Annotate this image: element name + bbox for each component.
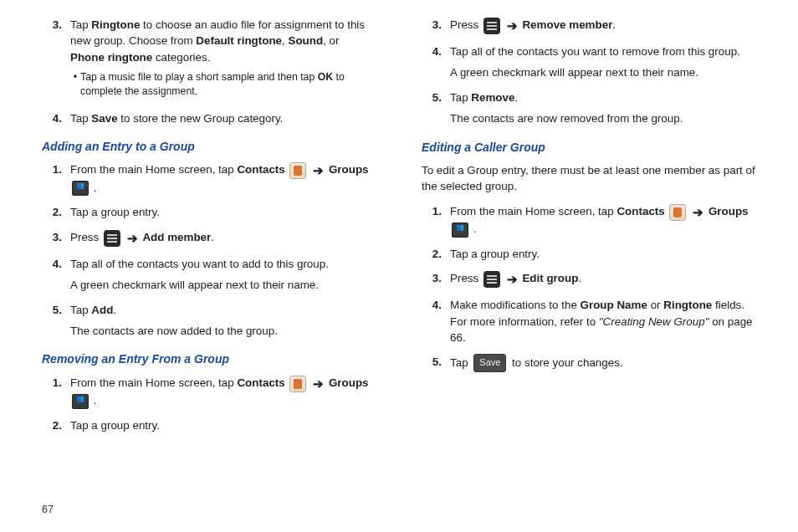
text: . xyxy=(211,231,214,243)
text: Tap a group entry. xyxy=(70,204,376,220)
bold-ringtone: Ringtone xyxy=(91,18,140,31)
left-column: 3. Tap Ringtone to choose an audio file … xyxy=(42,17,376,442)
step-number: 1. xyxy=(42,161,70,196)
bold-groups: Groups xyxy=(708,205,749,217)
intro-text: To edit a Group entry, there must be at … xyxy=(422,162,756,195)
step-body: Press ➔ Remove member. xyxy=(450,17,756,35)
editing-group-steps: 1. From the main Home screen, tap Contac… xyxy=(422,203,756,373)
bold-save: Save xyxy=(91,112,117,125)
bold-remove: Remove xyxy=(471,91,514,104)
text: A green checkmark will appear next to th… xyxy=(70,277,376,293)
bold-ringtone-field: Ringtone xyxy=(663,299,712,311)
text: . xyxy=(90,182,96,194)
text: Make modifications to the xyxy=(450,299,581,311)
step-number: 1. xyxy=(422,203,450,238)
step-body: Tap a group entry. xyxy=(70,204,376,220)
text: Tap a music file to play a short sample … xyxy=(80,71,318,83)
bullet-icon: • xyxy=(70,70,80,98)
step-number: 3. xyxy=(422,17,450,35)
text: Tap xyxy=(450,91,471,104)
step-number: 3. xyxy=(42,229,70,248)
text: Press xyxy=(450,273,482,285)
bold-groups: Groups xyxy=(329,164,369,176)
step-number: 2. xyxy=(422,246,450,262)
contacts-icon xyxy=(289,162,306,179)
menu-icon xyxy=(483,18,500,34)
text: From the main Home screen, tap xyxy=(450,205,616,217)
text: . xyxy=(578,273,581,285)
text: . xyxy=(514,91,518,104)
removing-entry-steps-cont: 3. Press ➔ Remove member. 4. Tap all of … xyxy=(422,17,756,127)
bullet-text: Tap a music file to play a short sample … xyxy=(80,70,376,98)
groups-icon xyxy=(72,394,89,409)
contacts-icon xyxy=(669,204,686,221)
cross-reference: "Creating New Group" xyxy=(599,315,709,328)
text: . xyxy=(90,394,96,407)
bold-remove-member: Remove member xyxy=(522,18,612,31)
text: Press xyxy=(70,231,102,243)
step-body: Tap Save to store the new Group category… xyxy=(70,110,376,126)
text: . xyxy=(612,18,616,31)
arrow-icon: ➔ xyxy=(507,18,518,33)
text: Tap xyxy=(70,112,91,125)
text: From the main Home screen, tap xyxy=(70,376,237,389)
step-number: 4. xyxy=(422,297,450,345)
save-button-icon: Save xyxy=(473,354,506,372)
bold-add-member: Add member xyxy=(142,231,211,243)
heading-removing-entry: Removing an Entry From a Group xyxy=(42,350,376,367)
step-number: 3. xyxy=(42,17,70,102)
text: to store the new Group category. xyxy=(118,112,284,125)
contacts-icon xyxy=(289,376,306,392)
step-number: 4. xyxy=(42,256,70,294)
text: Tap all of the contacts you want to add … xyxy=(70,256,376,272)
bold-default-ringtone: Default ringtone xyxy=(196,34,282,47)
step-body: From the main Home screen, tap Contacts … xyxy=(70,161,376,196)
text: categories. xyxy=(152,51,210,64)
text: Tap all of the contacts you want to remo… xyxy=(450,43,756,59)
text: Tap xyxy=(70,18,91,31)
heading-editing-caller-group: Editing a Caller Group xyxy=(422,139,756,156)
text: From the main Home screen, tap xyxy=(70,164,237,176)
bold-contacts: Contacts xyxy=(237,164,284,176)
step-number: 5. xyxy=(42,302,70,340)
step-number: 1. xyxy=(42,375,70,409)
text: Tap xyxy=(70,304,91,316)
step-body: From the main Home screen, tap Contacts … xyxy=(70,375,376,409)
step-body: Press ➔ Edit group. xyxy=(450,270,756,289)
text: The contacts are now removed from the gr… xyxy=(450,110,756,126)
step-body: Tap Ringtone to choose an audio file for… xyxy=(70,17,376,102)
arrow-icon: ➔ xyxy=(693,205,703,219)
bold-group-name: Group Name xyxy=(581,299,647,311)
step-number: 2. xyxy=(42,204,70,220)
step-body: Tap all of the contacts you want to remo… xyxy=(450,43,756,81)
bold-contacts: Contacts xyxy=(237,376,284,389)
text: Tap a group entry. xyxy=(70,417,376,433)
adding-entry-steps: 1. From the main Home screen, tap Contac… xyxy=(42,161,376,339)
step-number: 3. xyxy=(422,270,450,289)
step-body: Tap a group entry. xyxy=(70,417,376,433)
step-number: 5. xyxy=(422,90,450,127)
text: Tap xyxy=(450,356,471,369)
text: to store your changes. xyxy=(509,356,622,369)
bold-groups: Groups xyxy=(329,376,369,389)
arrow-icon: ➔ xyxy=(313,376,324,391)
bold-add: Add xyxy=(91,304,113,316)
bold-ok: OK xyxy=(318,71,333,83)
bold-contacts: Contacts xyxy=(616,205,664,217)
step-number: 5. xyxy=(422,354,450,372)
arrow-icon: ➔ xyxy=(313,163,324,177)
menu-icon xyxy=(104,230,120,247)
step-body: Tap a group entry. xyxy=(450,246,756,262)
step-body: From the main Home screen, tap Contacts … xyxy=(450,203,756,238)
continued-steps-top: 3. Tap Ringtone to choose an audio file … xyxy=(42,17,376,126)
text: . xyxy=(470,223,476,235)
bold-edit-group: Edit group xyxy=(522,273,578,285)
right-column: 3. Press ➔ Remove member. 4. Tap all of … xyxy=(422,17,756,442)
text: Press xyxy=(450,18,482,31)
removing-entry-steps: 1. From the main Home screen, tap Contac… xyxy=(42,375,376,434)
step-body: Tap Remove. The contacts are now removed… xyxy=(450,90,756,127)
text: , or xyxy=(323,34,339,47)
bold-phone-ringtone: Phone ringtone xyxy=(70,51,152,64)
bold-sound: Sound xyxy=(288,34,323,47)
text: The contacts are now added to the group. xyxy=(70,323,376,339)
